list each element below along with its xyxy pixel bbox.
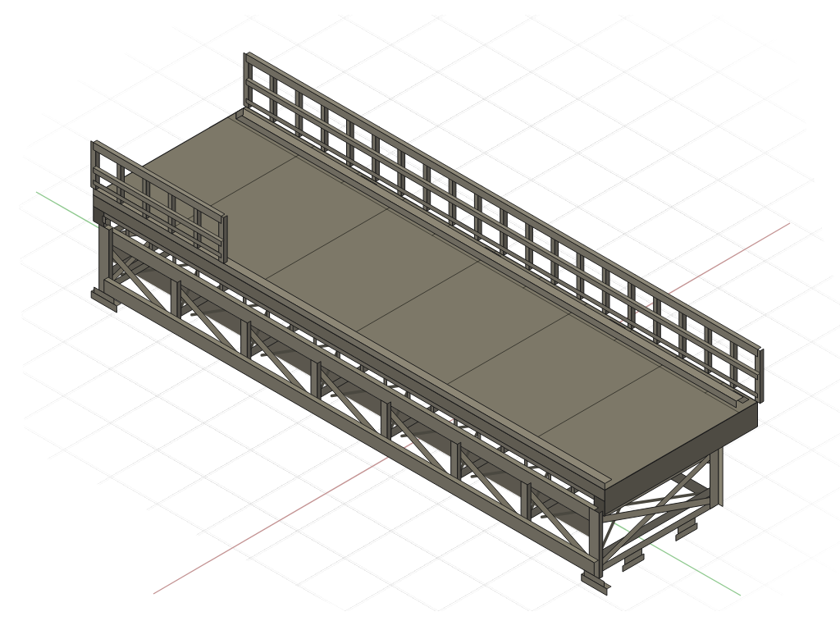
cad-viewport[interactable] <box>0 0 840 630</box>
viewport-3d-scene[interactable] <box>0 0 840 630</box>
bridge-model[interactable] <box>91 52 764 596</box>
